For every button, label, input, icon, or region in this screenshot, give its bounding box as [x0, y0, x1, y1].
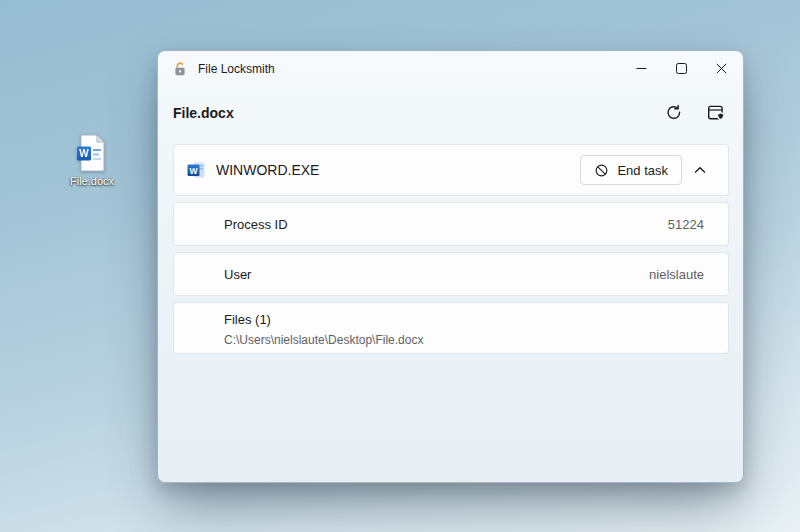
process-id-value: 51224 — [668, 217, 704, 232]
chevron-up-icon — [694, 166, 706, 174]
locked-file-path: C:\Users\nielslaute\Desktop\File.docx — [224, 333, 704, 347]
refresh-button[interactable] — [659, 98, 689, 128]
files-row: Files (1) C:\Users\nielslaute\Desktop\Fi… — [173, 302, 729, 354]
word-app-icon: W — [186, 160, 206, 180]
user-value: nielslaute — [649, 267, 704, 282]
minimize-icon — [636, 63, 647, 74]
user-row: User nielslaute — [173, 252, 729, 296]
svg-text:W: W — [79, 148, 89, 159]
maximize-icon — [676, 63, 687, 74]
admin-shield-icon — [706, 103, 726, 123]
svg-text:W: W — [189, 166, 198, 176]
window-titlebar[interactable]: File Locksmith — [158, 51, 743, 87]
word-document-icon: W — [74, 133, 110, 173]
window-controls — [621, 52, 741, 84]
end-task-label: End task — [617, 163, 668, 178]
process-list: W WINWORD.EXE End task — [173, 144, 729, 354]
file-locksmith-window: File Locksmith — [157, 50, 744, 483]
collapse-expander-button[interactable] — [682, 155, 718, 185]
process-id-row: Process ID 51224 — [173, 202, 729, 246]
minimize-button[interactable] — [621, 52, 661, 84]
window-title: File Locksmith — [198, 62, 275, 76]
files-count-label: Files (1) — [224, 312, 704, 327]
end-task-button[interactable]: End task — [580, 155, 682, 185]
restart-as-admin-button[interactable] — [701, 98, 731, 128]
maximize-button[interactable] — [661, 52, 701, 84]
process-id-label: Process ID — [224, 217, 288, 232]
prohibited-icon — [594, 163, 609, 178]
user-label: User — [224, 267, 251, 282]
desktop-background: W File.docx File Locksmith — [0, 0, 800, 532]
close-icon — [716, 63, 727, 74]
file-header: File.docx — [158, 87, 743, 140]
process-expander-header[interactable]: W WINWORD.EXE End task — [173, 144, 729, 196]
refresh-icon — [665, 104, 683, 122]
close-button[interactable] — [701, 52, 741, 84]
unlocked-padlock-icon — [172, 61, 188, 77]
locked-file-name: File.docx — [173, 105, 659, 121]
desktop-file-icon[interactable]: W File.docx — [52, 133, 132, 187]
desktop-file-label: File.docx — [70, 175, 114, 187]
process-name: WINWORD.EXE — [216, 162, 319, 178]
